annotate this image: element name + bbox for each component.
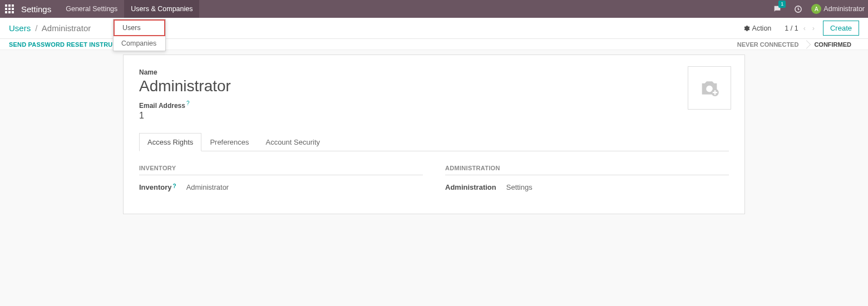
nav-users-companies[interactable]: Users & Companies (124, 0, 199, 18)
dropdown-item-companies[interactable]: Companies (114, 36, 165, 51)
user-menu[interactable]: A Administrator (811, 4, 868, 14)
col-administration: ADMINISTRATION Administration Settings (445, 165, 729, 191)
form-tabs: Access Rights Preferences Account Securi… (139, 133, 729, 151)
form-sheet: Name Administrator Email Address? 1 Acce… (123, 55, 745, 214)
tab-access-rights[interactable]: Access Rights (139, 133, 201, 151)
status-bar-right: NEVER CONNECTED CONFIRMED (729, 39, 859, 50)
top-navbar: Settings General Settings Users & Compan… (0, 0, 868, 18)
messaging-badge: 1 (778, 1, 786, 8)
brand-title[interactable]: Settings (20, 4, 59, 14)
breadcrumb-root[interactable]: Users (9, 23, 31, 33)
administration-row: Administration Settings (445, 183, 729, 191)
activity-icon[interactable] (790, 5, 807, 13)
inventory-label: Inventory? (139, 183, 176, 191)
pager-text: 1 / 1 (785, 24, 798, 32)
top-navbar-right: 1 A Administrator (770, 4, 868, 14)
tab-preferences[interactable]: Preferences (201, 133, 257, 151)
email-value: 1 (139, 111, 729, 121)
help-icon[interactable]: ? (173, 183, 176, 189)
avatar: A (811, 4, 821, 14)
col-inventory: INVENTORY Inventory? Administrator (139, 165, 423, 191)
top-navbar-left: Settings General Settings Users & Compan… (0, 0, 770, 18)
inventory-row: Inventory? Administrator (139, 183, 423, 191)
username-label: Administrator (823, 5, 868, 13)
administration-value: Settings (506, 183, 532, 191)
action-button-label: Action (752, 24, 772, 32)
help-icon[interactable]: ? (186, 100, 190, 106)
administration-header: ADMINISTRATION (445, 165, 729, 175)
inventory-value: Administrator (186, 183, 229, 191)
apps-icon[interactable] (4, 4, 14, 14)
action-button[interactable]: Action (743, 24, 772, 32)
pager: 1 / 1 ‹ › (785, 24, 816, 32)
status-never-connected[interactable]: NEVER CONNECTED (729, 39, 807, 50)
form-grid: INVENTORY Inventory? Administrator ADMIN… (139, 165, 729, 191)
image-upload[interactable] (688, 66, 731, 110)
pager-next-icon[interactable]: › (811, 24, 816, 32)
name-value: Administrator (139, 77, 729, 95)
messaging-icon[interactable]: 1 (770, 4, 785, 13)
nav-general-settings[interactable]: General Settings (59, 0, 124, 18)
inventory-header: INVENTORY (139, 165, 423, 175)
create-button[interactable]: Create (823, 21, 859, 36)
pager-prev-icon[interactable]: ‹ (802, 24, 807, 32)
breadcrumb-current: Administrator (42, 23, 91, 33)
users-companies-dropdown: Users Companies (113, 19, 166, 51)
administration-label: Administration (445, 183, 496, 191)
status-confirmed[interactable]: CONFIRMED (806, 39, 859, 50)
gear-icon (743, 25, 750, 32)
tab-account-security[interactable]: Account Security (257, 133, 328, 151)
dropdown-item-users[interactable]: Users (114, 19, 165, 36)
camera-plus-icon (697, 77, 722, 99)
email-label: Email Address (139, 102, 185, 110)
breadcrumb-separator: / (35, 23, 37, 33)
name-label: Name (139, 68, 729, 76)
